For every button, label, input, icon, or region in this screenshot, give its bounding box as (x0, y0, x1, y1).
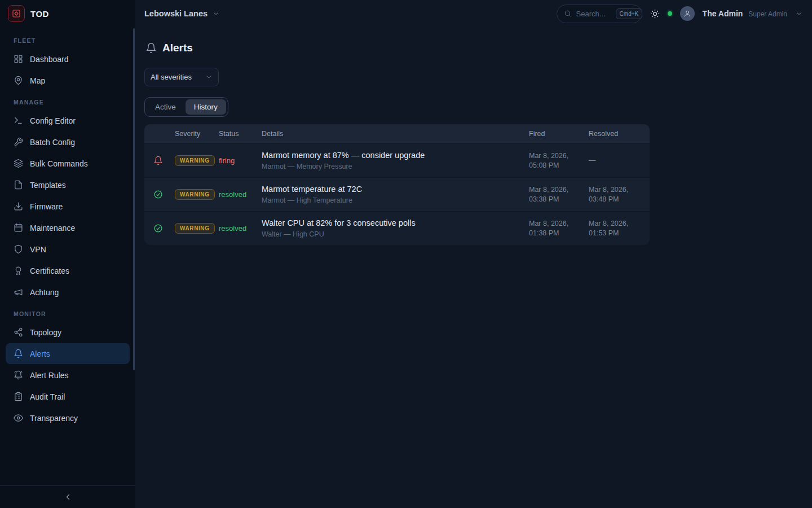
sidebar-item-label: VPN (30, 245, 46, 254)
table-row[interactable]: WARNING resolved Marmot temperature at 7… (144, 177, 650, 211)
eye-icon (14, 413, 23, 423)
details-cell: Marmot temperature at 72C Marmot — High … (258, 185, 526, 204)
sidebar-item-alerts[interactable]: Alerts (6, 343, 130, 364)
alert-subtitle: Marmot — Memory Pressure (262, 163, 522, 170)
sidebar-item-label: Topology (30, 328, 61, 337)
sidebar-item-label: Maintenance (30, 224, 75, 233)
sidebar-item-label: Certificates (30, 266, 69, 275)
download-icon (14, 202, 23, 211)
org-selector-label: Lebowski Lanes (144, 9, 208, 18)
chevron-down-icon (205, 73, 213, 81)
sidebar-nav: FLEET Dashboard Map MANAGE Config Editor… (0, 27, 135, 485)
sidebar-item-topology[interactable]: Topology (6, 322, 130, 343)
severity-cell: WARNING (171, 189, 215, 200)
search-box[interactable]: Cmd+K (557, 5, 642, 23)
sidebar-section-fleet: FLEET (14, 37, 122, 44)
app-logo: TOD (0, 0, 135, 27)
sidebar-item-alert-rules[interactable]: Alert Rules (6, 365, 130, 386)
chevron-down-icon (795, 10, 803, 17)
page-header: Alerts (145, 42, 803, 54)
avatar[interactable] (680, 6, 695, 21)
sidebar-item-certificates[interactable]: Certificates (6, 260, 130, 281)
online-status-dot (668, 11, 672, 16)
sidebar-item-firmware[interactable]: Firmware (6, 196, 130, 217)
sidebar-item-vpn[interactable]: VPN (6, 239, 130, 260)
check-circle-icon (153, 224, 163, 233)
col-resolved: Resolved (585, 130, 650, 138)
sidebar-section-manage: MANAGE (14, 99, 122, 106)
sidebar-item-label: Alert Rules (30, 371, 68, 380)
topbar-right: Cmd+K The Admin Super Admin (557, 5, 803, 23)
sidebar-item-transparency[interactable]: Transparency (6, 408, 130, 428)
sidebar-item-label: Transparency (30, 414, 78, 423)
org-selector[interactable]: Lebowski Lanes (144, 9, 220, 18)
sidebar-item-bulk-commands[interactable]: Bulk Commands (6, 153, 130, 174)
sidebar-item-map[interactable]: Map (6, 70, 130, 91)
sidebar-item-label: Templates (30, 181, 66, 190)
dashboard-grid-icon (14, 54, 23, 64)
topology-icon (14, 327, 23, 337)
theme-toggle-button[interactable] (650, 9, 660, 19)
severity-filter-select[interactable]: All severities (144, 68, 219, 86)
user-menu-button[interactable] (795, 10, 803, 17)
sidebar: TOD FLEET Dashboard Map MANAGE Config Ed… (0, 0, 135, 508)
fired-cell: Mar 8, 2026, 01:38 PM (526, 219, 585, 238)
app-logo-icon (8, 5, 25, 22)
table-header: Severity Status Details Fired Resolved (144, 124, 650, 143)
sidebar-item-label: Batch Config (30, 138, 75, 147)
megaphone-icon (14, 287, 23, 297)
alert-subtitle: Walter — High CPU (262, 230, 522, 238)
tab-active[interactable]: Active (147, 99, 184, 115)
sidebar-item-label: Audit Trail (30, 392, 65, 401)
chevron-down-icon (212, 10, 220, 17)
map-pin-icon (14, 76, 23, 85)
topbar: Lebowski Lanes Cmd+K The Admin (135, 0, 812, 27)
search-input[interactable] (576, 10, 611, 18)
sidebar-item-achtung[interactable]: Achtung (6, 282, 130, 303)
status-cell: resolved (215, 190, 258, 199)
clipboard-icon (14, 392, 23, 401)
terminal-icon (14, 116, 23, 125)
alert-title: Marmot temperature at 72C (262, 185, 522, 194)
sidebar-item-dashboard[interactable]: Dashboard (6, 49, 130, 69)
table-row[interactable]: WARNING resolved Walter CPU at 82% for 3… (144, 211, 650, 245)
alerts-tabs: Active History (144, 97, 228, 117)
check-circle-icon (153, 190, 163, 199)
sidebar-scrollbar[interactable] (133, 28, 135, 370)
tab-history[interactable]: History (186, 99, 226, 115)
sidebar-item-batch-config[interactable]: Batch Config (6, 132, 130, 152)
bell-ring-icon (14, 370, 23, 380)
search-icon (564, 10, 572, 17)
col-fired: Fired (526, 130, 585, 138)
certificate-icon (14, 266, 23, 275)
row-status-icon-cell (144, 156, 171, 165)
resolved-cell: — (585, 156, 650, 165)
bell-icon (145, 42, 157, 54)
content-area: Lebowski Lanes Cmd+K The Admin (135, 0, 812, 508)
sidebar-item-audit-trail[interactable]: Audit Trail (6, 386, 130, 407)
sidebar-item-label: Achtung (30, 288, 59, 297)
sidebar-collapse-button[interactable] (0, 485, 135, 508)
user-icon (683, 10, 691, 17)
severity-filter-value: All severities (151, 73, 192, 81)
shield-icon (14, 244, 23, 254)
row-status-icon-cell (144, 224, 171, 233)
sidebar-item-maintenance[interactable]: Maintenance (6, 217, 130, 238)
status-cell: firing (215, 156, 258, 165)
alert-subtitle: Marmot — High Temperature (262, 196, 522, 204)
col-details: Details (258, 130, 526, 138)
file-icon (14, 180, 23, 190)
sidebar-item-config-editor[interactable]: Config Editor (6, 110, 130, 131)
sidebar-item-label: Alerts (30, 349, 50, 358)
wrench-icon (14, 137, 23, 147)
user-name: The Admin (703, 9, 743, 18)
details-cell: Walter CPU at 82% for 3 consecutive poll… (258, 218, 526, 238)
col-severity: Severity (171, 130, 215, 138)
app-name: TOD (30, 9, 49, 19)
calendar-icon (14, 223, 23, 233)
severity-badge: WARNING (175, 155, 215, 166)
sidebar-item-templates[interactable]: Templates (6, 174, 130, 195)
chevron-left-icon (63, 492, 73, 502)
sun-icon (650, 9, 660, 19)
table-row[interactable]: WARNING firing Marmot memory at 87% — co… (144, 143, 650, 177)
